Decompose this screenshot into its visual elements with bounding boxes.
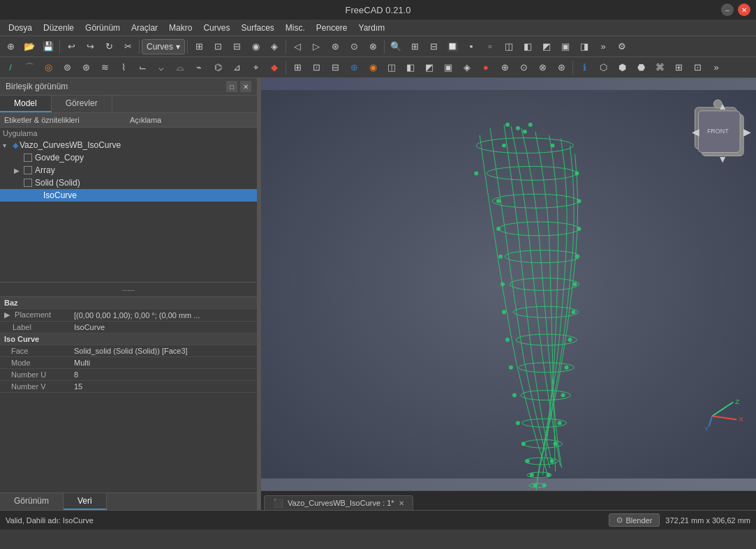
zoom-a[interactable]: ⊞ [406, 38, 424, 55]
curve-tool-4[interactable]: ⊚ [58, 59, 76, 76]
curve-tool-5[interactable]: ⊛ [77, 59, 95, 76]
surf-tool-9[interactable]: ▣ [439, 59, 457, 76]
menu-pencere[interactable]: Pencere [311, 22, 353, 34]
curve-tool-13[interactable]: ⊿ [228, 59, 246, 76]
menu-araclar[interactable]: Araçlar [126, 22, 163, 34]
surf-tool-4[interactable]: ⊕ [345, 59, 363, 76]
new-btn[interactable]: ⊕ [1, 38, 20, 55]
curve-tool-14[interactable]: ⌖ [246, 59, 265, 76]
workbench-dropdown[interactable]: Curves ▾ [142, 39, 185, 54]
refresh-btn[interactable]: ↻ [100, 38, 118, 55]
surf-tool-15[interactable]: ⊛ [552, 59, 570, 76]
minimize-button[interactable]: – [721, 3, 734, 16]
curve-tool-10[interactable]: ⌓ [171, 59, 189, 76]
prop-number-u[interactable]: Number U 8 [0, 369, 257, 381]
settings-btn[interactable]: ⚙ [613, 38, 631, 55]
surf-tool-5[interactable]: ◉ [364, 59, 382, 76]
tb-btn-d[interactable]: ◉ [246, 38, 265, 55]
menu-gorunum[interactable]: Görünüm [80, 22, 126, 34]
curve-tool-8[interactable]: ⌙ [133, 59, 151, 76]
prop-number-v[interactable]: Number V 15 [0, 381, 257, 393]
curve-tool-15[interactable]: ◆ [265, 59, 283, 76]
surf-tool-7[interactable]: ◧ [401, 59, 420, 76]
view-d[interactable]: ◧ [519, 38, 537, 55]
tree-item-solid[interactable]: ▶ Solid (Solid) [0, 176, 257, 189]
surf-tool-14[interactable]: ⊗ [533, 59, 551, 76]
curve-tool-7[interactable]: ⌇ [114, 59, 133, 76]
menu-curves[interactable]: Curves [198, 22, 235, 34]
surf-tool-11[interactable]: ● [477, 59, 495, 76]
tb-btn-b[interactable]: ⊡ [209, 38, 227, 55]
open-btn[interactable]: 📂 [20, 38, 38, 55]
menu-makro[interactable]: Makro [163, 22, 198, 34]
surf-tool-6[interactable]: ◫ [383, 59, 401, 76]
extra4[interactable]: ⌘ [651, 59, 669, 76]
surf-tool-13[interactable]: ⊙ [514, 59, 533, 76]
menu-misc[interactable]: Misc. [280, 22, 311, 34]
menu-duzenle[interactable]: Düzenle [38, 22, 80, 34]
panel-close-btn[interactable]: ✕ [240, 81, 251, 92]
tab-close-btn[interactable]: ✕ [399, 499, 404, 507]
prop-placement[interactable]: ▶ Placement [(0,00 0,00 1,00); 0,00 °; (… [0, 309, 257, 322]
tab-gorunum[interactable]: Görünüm [0, 493, 64, 510]
overflow-btn2[interactable]: » [707, 59, 725, 76]
view-a[interactable]: ▪ [462, 38, 480, 55]
view-e[interactable]: ◩ [538, 38, 556, 55]
zoom-b[interactable]: ⊟ [424, 38, 443, 55]
tb-btn-a[interactable]: ⊞ [190, 38, 208, 55]
blender-button[interactable]: ⊙ Blender [609, 513, 660, 527]
zoom-fit[interactable]: 🔍 [387, 38, 405, 55]
tb-btn-c[interactable]: ⊟ [228, 38, 246, 55]
surf-tool-1[interactable]: ⊞ [288, 59, 306, 76]
surf-tool-3[interactable]: ⊟ [326, 59, 344, 76]
curve-tool-12[interactable]: ⌬ [209, 59, 227, 76]
surf-tool-12[interactable]: ⊕ [496, 59, 514, 76]
menu-yardim[interactable]: Yardım [353, 22, 391, 34]
surf-tool-8[interactable]: ◩ [420, 59, 438, 76]
menu-surfaces[interactable]: Surfaces [235, 22, 279, 34]
prop-mode[interactable]: Mode Multi [0, 357, 257, 369]
menu-dosya[interactable]: Dosya [3, 22, 38, 34]
cut-btn[interactable]: ✂ [119, 38, 137, 55]
close-button[interactable]: ✕ [738, 3, 750, 16]
surf-tool-10[interactable]: ◈ [458, 59, 476, 76]
undo-btn[interactable]: ↩ [62, 38, 80, 55]
view-f[interactable]: ▣ [556, 38, 575, 55]
curve-tool-3[interactable]: ◎ [39, 59, 57, 76]
view3d[interactable]: 🔲 [443, 38, 461, 55]
redo-btn[interactable]: ↪ [81, 38, 99, 55]
viewport-tab[interactable]: ⬛ Vazo_CurvesWB_IsoCurve : 1* ✕ [264, 495, 413, 510]
view-b[interactable]: ▫ [481, 38, 499, 55]
tab-gorevler[interactable]: Görevler [52, 96, 112, 112]
tree-item-root[interactable]: ▾ ◆ Vazo_CurvesWB_IsoCurve [0, 139, 257, 151]
curve-tool-11[interactable]: ⌁ [190, 59, 208, 76]
extra1[interactable]: ⬡ [594, 59, 612, 76]
tab-model[interactable]: Model [0, 96, 52, 112]
info-btn[interactable]: ℹ [575, 59, 593, 76]
surf-tool-2[interactable]: ⊡ [307, 59, 325, 76]
nav-c[interactable]: ⊗ [364, 38, 382, 55]
tb-btn-e[interactable]: ◈ [265, 38, 283, 55]
prop-label[interactable]: Label IsoCurve [0, 322, 257, 333]
nav-back[interactable]: ◁ [288, 38, 306, 55]
panel-expand-btn[interactable]: □ [226, 81, 237, 92]
save-btn[interactable]: 💾 [39, 38, 57, 55]
curve-tool-6[interactable]: ≋ [96, 59, 114, 76]
curve-tool-2[interactable]: ⌒ [20, 59, 38, 76]
prop-face[interactable]: Face Solid_solid (Solid (Solid)) [Face3] [0, 345, 257, 357]
extra6[interactable]: ⊡ [688, 59, 706, 76]
curve-tool-1[interactable]: / [1, 59, 20, 76]
viewport[interactable]: FRONT ▶ ◀ ▲ ▼ Z X Y [261, 78, 756, 490]
view-c[interactable]: ◫ [500, 38, 518, 55]
tree-item-govde[interactable]: ▶ Govde_Copy [0, 151, 257, 164]
extra5[interactable]: ⊞ [669, 59, 688, 76]
extra2[interactable]: ⬢ [613, 59, 631, 76]
extra3[interactable]: ⬣ [632, 59, 650, 76]
tree-item-isocurve[interactable]: ▶ ◆ IsoCurve [0, 189, 257, 202]
view-g[interactable]: ◨ [575, 38, 593, 55]
overflow-btn[interactable]: » [594, 38, 612, 55]
nav-b[interactable]: ⊙ [345, 38, 363, 55]
curve-tool-9[interactable]: ⌵ [152, 59, 170, 76]
nav-fwd[interactable]: ▷ [307, 38, 325, 55]
tree-item-array[interactable]: ▶ Array [0, 164, 257, 176]
